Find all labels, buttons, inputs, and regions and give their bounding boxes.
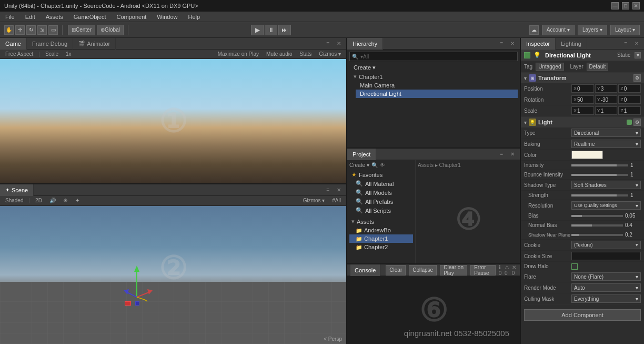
fav-all-scripts[interactable]: 🔍 All Scripts — [349, 206, 413, 215]
transform-section-header[interactable]: ▾ ⊞ Transform ⚙ — [521, 73, 644, 83]
light-flare-dropdown[interactable]: None (Flare)▾ — [571, 272, 641, 281]
stats-button[interactable]: Stats — [298, 51, 314, 57]
inspector-panel-close[interactable]: ✕ — [632, 41, 641, 46]
pivot-button[interactable]: ⊞ Center — [68, 25, 95, 35]
light-shadow-type-dropdown[interactable]: Soft Shadows▾ — [571, 181, 641, 189]
minimize-button[interactable]: — — [611, 2, 619, 9]
scene-panel-menu[interactable]: = — [324, 187, 331, 193]
light-baking-dropdown[interactable]: Realtime▾ — [571, 140, 641, 148]
scene-fx-button[interactable]: ✦ — [73, 197, 82, 204]
project-tab[interactable]: Project — [347, 149, 376, 160]
position-y[interactable]: Y3 — [595, 84, 618, 93]
fav-all-material[interactable]: 🔍 All Material — [349, 179, 413, 188]
light-settings[interactable]: ⚙ — [633, 119, 641, 126]
gizmos-button[interactable]: Gizmos ▾ — [317, 51, 343, 57]
cloud-icon[interactable]: ☁ — [529, 25, 539, 35]
menu-assets[interactable]: Assets — [44, 13, 65, 21]
light-cookie-size-input[interactable] — [571, 252, 641, 260]
menu-help[interactable]: Help — [186, 13, 202, 21]
move-tool-button[interactable]: ✛ — [15, 25, 25, 35]
hierarchy-panel-menu[interactable]: = — [498, 41, 505, 46]
layers-button[interactable]: Layers ▾ — [578, 25, 607, 35]
favorites-section[interactable]: ★ Favorites — [349, 170, 413, 179]
rotation-y[interactable]: Y-30 — [595, 95, 618, 104]
hierarchy-panel-close[interactable]: ✕ — [508, 41, 517, 46]
light-render-mode-dropdown[interactable]: Auto▾ — [571, 283, 641, 292]
scale-x[interactable]: X1 — [571, 106, 594, 115]
pause-button[interactable]: ⏸ — [265, 25, 277, 35]
project-create-btn[interactable]: Create ▾ — [349, 162, 369, 168]
console-clear-on-play-btn[interactable]: Clear on Play — [440, 265, 467, 276]
menu-gameobject[interactable]: GameObject — [72, 13, 108, 21]
assets-section[interactable]: ▾ Assets — [349, 217, 413, 226]
asset-chapter1[interactable]: 📁 Chapter1 — [349, 234, 413, 243]
menu-window[interactable]: Window — [155, 13, 179, 21]
menu-file[interactable]: File — [3, 13, 17, 21]
light-type-dropdown[interactable]: Directional▾ — [571, 129, 641, 137]
inspector-tab[interactable]: Inspector — [521, 38, 556, 50]
transform-settings[interactable]: ⚙ — [633, 74, 641, 82]
mute-audio-button[interactable]: Mute audio — [264, 51, 294, 57]
game-tab[interactable]: Game — [0, 38, 27, 50]
2d-button[interactable]: 2D — [33, 197, 44, 204]
rotate-tool-button[interactable]: ↻ — [26, 25, 36, 35]
game-panel-close[interactable]: ✕ — [335, 41, 343, 46]
account-button[interactable]: Account ▾ — [542, 25, 575, 35]
scene-audio-button[interactable]: 🔊 — [47, 197, 58, 204]
layout-button[interactable]: Layout ▾ — [610, 25, 640, 35]
hierarchy-main-camera[interactable]: Main Camera — [356, 81, 518, 90]
console-collapse-btn[interactable]: Collapse — [409, 265, 437, 276]
console-tab[interactable]: Console — [350, 264, 380, 276]
add-component-button[interactable]: Add Component — [524, 309, 641, 321]
close-button[interactable]: ✕ — [632, 2, 640, 9]
scale-y[interactable]: Y1 — [595, 106, 618, 115]
rotation-z[interactable]: Z0 — [618, 95, 641, 104]
hierarchy-chapter1-item[interactable]: ▾ Chapter1 — [349, 72, 518, 81]
shaded-button[interactable]: Shaded — [3, 197, 25, 204]
frame-debug-tab[interactable]: Frame Debug — [27, 38, 73, 50]
light-cookie-dropdown[interactable]: (Texture)▾ — [571, 241, 641, 249]
position-x[interactable]: X0 — [571, 84, 594, 93]
scale-tool-button[interactable]: ⇲ — [37, 25, 47, 35]
space-button[interactable]: ⊕ Global — [97, 25, 124, 35]
free-aspect-button[interactable]: Free Aspect — [3, 51, 35, 57]
scene-gizmos-button[interactable]: Gizmos ▾ — [301, 197, 327, 204]
position-z[interactable]: Z0 — [618, 84, 641, 93]
hand-tool-button[interactable]: ✋ — [4, 25, 14, 35]
rotation-x[interactable]: X50 — [571, 95, 594, 104]
light-resolution-dropdown[interactable]: Use Quality Settings▾ — [571, 201, 641, 210]
project-eye-btn[interactable]: 👁 — [380, 162, 385, 168]
maximize-button[interactable]: □ — [622, 2, 629, 9]
project-panel-close[interactable]: ✕ — [508, 151, 517, 157]
console-error-pause-btn[interactable]: Error Pause — [470, 265, 496, 276]
light-culling-mask-dropdown[interactable]: Everything▾ — [571, 294, 641, 303]
asset-chapter2[interactable]: 📁 Chapter2 — [349, 243, 413, 251]
animator-tab[interactable]: 🎬 Animator — [73, 38, 116, 50]
asset-andrewbox[interactable]: 📁 AndrewBo — [349, 226, 413, 234]
scene-sun-button[interactable]: ☀ — [61, 197, 70, 204]
inspector-panel-menu[interactable]: = — [622, 41, 629, 46]
console-clear-btn[interactable]: Clear — [386, 265, 406, 276]
maximize-on-play-button[interactable]: Maximize on Play — [216, 51, 261, 57]
menu-edit[interactable]: Edit — [23, 13, 37, 21]
menu-component[interactable]: Component — [114, 13, 148, 21]
scene-all-button[interactable]: #All — [330, 197, 343, 204]
inspector-static-dropdown[interactable]: ▾ — [635, 52, 641, 58]
hierarchy-directional-light[interactable]: Directional Light — [356, 90, 518, 98]
hierarchy-create-btn[interactable]: Create ▾ — [349, 63, 518, 72]
rect-tool-button[interactable]: ▭ — [48, 25, 58, 35]
hierarchy-tab[interactable]: Hierarchy — [347, 38, 383, 50]
project-panel-menu[interactable]: = — [498, 151, 505, 157]
fav-all-models[interactable]: 🔍 All Models — [349, 188, 413, 197]
layer-dropdown[interactable]: Default — [587, 63, 609, 71]
draw-halo-checkbox[interactable] — [571, 263, 578, 270]
inspector-enable-checkbox[interactable] — [524, 52, 530, 58]
game-panel-menu[interactable]: = — [324, 41, 331, 46]
scene-tab[interactable]: ✦ Scene — [0, 184, 34, 196]
scene-panel-close[interactable]: ✕ — [335, 187, 343, 193]
fav-all-prefabs[interactable]: 🔍 All Prefabs — [349, 197, 413, 206]
lighting-tab[interactable]: Lighting — [556, 38, 587, 50]
tag-dropdown[interactable]: Untagged — [536, 63, 564, 71]
light-color-picker[interactable] — [571, 151, 603, 159]
scale-z[interactable]: Z1 — [618, 106, 641, 115]
